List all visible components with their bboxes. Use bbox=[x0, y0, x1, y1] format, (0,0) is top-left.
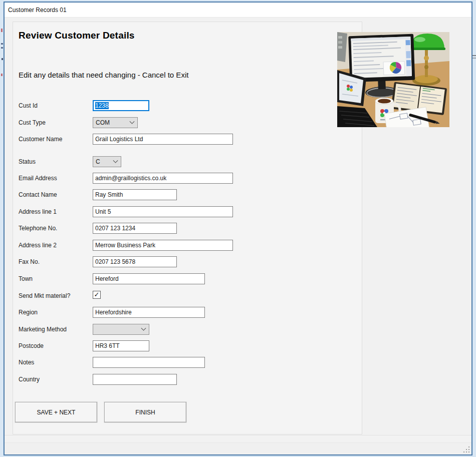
marketing-method-label: Marketing Method bbox=[19, 326, 67, 333]
address-line-1-value: Unit 5 bbox=[95, 208, 111, 215]
country-input[interactable] bbox=[93, 374, 177, 385]
background-artifact bbox=[1, 29, 3, 32]
status-value: C bbox=[96, 158, 100, 165]
town-value: Hereford bbox=[95, 275, 119, 282]
customer-name-value: Grail Logistics Ltd bbox=[95, 136, 143, 143]
background-artifact bbox=[2, 58, 3, 60]
postcode-input[interactable]: HR3 6TT bbox=[93, 340, 149, 351]
cust-id-label: Cust Id bbox=[19, 102, 38, 109]
chevron-down-icon bbox=[141, 325, 146, 330]
checkmark-icon: ✓ bbox=[94, 291, 100, 298]
background-artifact bbox=[1, 74, 3, 76]
chevron-down-icon bbox=[130, 119, 135, 124]
fax-value: 0207 123 5678 bbox=[95, 258, 135, 265]
contact-name-input[interactable]: Ray Smith bbox=[93, 189, 177, 200]
address-line-2-value: Merrow Business Park bbox=[95, 242, 155, 249]
send-mkt-material-checkbox[interactable]: ✓ bbox=[93, 291, 101, 299]
status-dropdown[interactable]: C bbox=[93, 156, 121, 167]
telephone-input[interactable]: 0207 123 1234 bbox=[93, 223, 177, 234]
region-label: Region bbox=[19, 309, 38, 316]
cust-type-value: COM bbox=[96, 119, 110, 126]
contact-name-value: Ray Smith bbox=[95, 191, 123, 198]
postcode-label: Postcode bbox=[19, 342, 44, 349]
workspace-photo-illustration bbox=[337, 32, 449, 127]
customer-name-input[interactable]: Grail Logistics Ltd bbox=[93, 134, 233, 145]
send-mkt-material-label: Send Mkt material? bbox=[19, 292, 70, 299]
town-label: Town bbox=[19, 275, 33, 282]
email-address-value: admin@graillogistics.co.uk bbox=[95, 175, 166, 182]
status-label: Status bbox=[19, 158, 36, 165]
fax-input[interactable]: 0207 123 5678 bbox=[93, 256, 177, 267]
finish-button[interactable]: FINISH bbox=[104, 402, 186, 422]
titlebar[interactable]: Customer Records 01 bbox=[5, 3, 471, 18]
app-window: Customer Records 01 Review Customer Deta… bbox=[4, 2, 472, 455]
workspace-photo bbox=[337, 32, 449, 127]
address-line-2-input[interactable]: Merrow Business Park bbox=[93, 240, 233, 251]
status-strip bbox=[5, 435, 471, 442]
address-line-1-label: Address line 1 bbox=[19, 208, 57, 215]
save-next-button[interactable]: SAVE + NEXT bbox=[15, 402, 97, 422]
resize-grip[interactable] bbox=[461, 445, 469, 452]
contact-name-label: Contact Name bbox=[19, 191, 57, 198]
telephone-label: Telephone No. bbox=[19, 225, 57, 232]
notes-label: Notes bbox=[19, 359, 34, 366]
form-panel bbox=[13, 22, 362, 434]
cust-type-dropdown[interactable]: COM bbox=[93, 117, 138, 128]
notes-input[interactable] bbox=[93, 357, 205, 368]
background-artifact bbox=[1, 47, 3, 49]
cust-type-label: Cust Type bbox=[19, 119, 46, 126]
region-input[interactable]: Herefordshire bbox=[93, 307, 205, 318]
address-line-1-input[interactable]: Unit 5 bbox=[93, 206, 233, 217]
background-artifact bbox=[472, 55, 476, 56]
email-address-input[interactable]: admin@graillogistics.co.uk bbox=[93, 173, 233, 184]
page-subtitle: Edit any details that need changing - Ca… bbox=[19, 71, 188, 79]
page-title: Review Customer Details bbox=[19, 30, 135, 41]
status-bar bbox=[5, 442, 471, 454]
fax-label: Fax No. bbox=[19, 258, 40, 265]
marketing-method-dropdown[interactable] bbox=[93, 324, 149, 335]
background-artifact bbox=[472, 58, 476, 59]
chevron-down-icon bbox=[113, 158, 118, 163]
address-line-2-label: Address line 2 bbox=[19, 242, 57, 249]
customer-name-label: Customer Name bbox=[19, 136, 62, 143]
region-value: Herefordshire bbox=[95, 309, 132, 316]
cust-id-input[interactable]: 1238 bbox=[93, 100, 149, 111]
country-label: Country bbox=[19, 376, 40, 383]
background-artifact bbox=[1, 43, 3, 45]
email-address-label: Email Address bbox=[19, 175, 57, 182]
postcode-value: HR3 6TT bbox=[95, 342, 120, 349]
screen: { "window": { "title": "Customer Records… bbox=[0, 0, 476, 457]
town-input[interactable]: Hereford bbox=[93, 273, 205, 284]
telephone-value: 0207 123 1234 bbox=[95, 225, 135, 232]
cust-id-selected-text: 1238 bbox=[95, 102, 109, 109]
window-title: Customer Records 01 bbox=[8, 7, 67, 14]
